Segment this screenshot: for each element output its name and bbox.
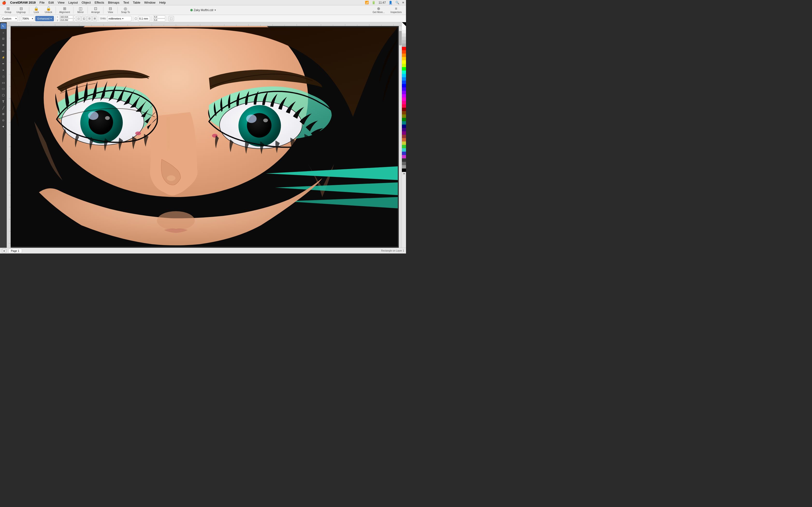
color-gray1[interactable] [402, 44, 406, 47]
page-1-tab[interactable]: Page 1 [8, 249, 22, 253]
nudge-x-input[interactable]: 5.0 [153, 15, 165, 18]
color-magenta[interactable] [402, 98, 406, 101]
selector-tool[interactable]: ↖ [0, 23, 6, 29]
color-medblue[interactable] [402, 152, 406, 155]
color-purple[interactable] [402, 94, 406, 98]
color-blue2[interactable] [402, 80, 406, 84]
node-edit-tool[interactable]: ⬦ [0, 30, 6, 35]
menu-edit[interactable]: Edit [47, 0, 55, 5]
app-name-menu[interactable]: CorelDRAW 2019 [8, 0, 37, 5]
menu-view[interactable]: View [56, 0, 66, 5]
page-size-select[interactable]: Custom ▾ [1, 16, 18, 21]
crop-tool[interactable]: ⊡ [0, 36, 6, 42]
file-dropdown-icon[interactable]: ▾ [215, 9, 216, 11]
alignment-button[interactable]: ⊞ Alignment [57, 6, 72, 14]
y-spinner[interactable]: ⇕ [72, 19, 74, 21]
color-orchid[interactable] [402, 155, 406, 158]
freehand-tool[interactable]: ✏ [0, 48, 6, 54]
menu-file[interactable]: File [38, 0, 46, 5]
color-pink1[interactable] [402, 101, 406, 104]
color-lime[interactable] [402, 145, 406, 148]
color-blue1[interactable] [402, 77, 406, 80]
color-darkgray2[interactable] [402, 162, 406, 165]
view-button[interactable]: ⊟ View [104, 6, 116, 14]
color-darkred[interactable] [402, 108, 406, 111]
color-khaki[interactable] [402, 142, 406, 145]
color-black[interactable] [402, 169, 406, 172]
color-violet1[interactable] [402, 88, 406, 91]
inspectors-button[interactable]: ≡ Inspectors [388, 6, 404, 14]
color-navy[interactable] [402, 125, 406, 128]
lock-button[interactable]: 🔒 Lock [30, 6, 42, 14]
color-blue3[interactable] [402, 84, 406, 88]
outline-width-input[interactable]: 0.1 mm [138, 16, 150, 21]
menu-object[interactable]: Object [80, 0, 93, 5]
search-icon[interactable]: 🔍 [395, 1, 399, 4]
ellipse-tool[interactable]: ⬭ [0, 86, 6, 92]
color-pink2[interactable] [402, 104, 406, 108]
no-color-swatch[interactable] [402, 22, 406, 26]
control-center-icon[interactable]: ≡ [402, 1, 404, 4]
menu-layout[interactable]: Layout [67, 0, 80, 5]
color-lightgray3[interactable] [402, 37, 406, 40]
zoom-tool[interactable]: ⊕ [0, 42, 6, 48]
color-olive[interactable] [402, 114, 406, 118]
text-tool[interactable]: T [0, 99, 6, 104]
color-medgray[interactable] [402, 165, 406, 169]
mirror-button[interactable]: ◫ Mirror [74, 6, 87, 14]
palette-scroll-down[interactable]: ▼ [402, 172, 406, 175]
flip-h-button[interactable]: ⊡ [87, 16, 92, 21]
color-darkpurple[interactable] [402, 131, 406, 135]
menu-bitmaps[interactable]: Bitmaps [106, 0, 121, 5]
color-orange[interactable] [402, 54, 406, 57]
nudge-y-input[interactable]: 5.0 [153, 18, 165, 21]
zoom-select[interactable]: 706% ▾ [21, 16, 34, 21]
unlock-button[interactable]: 🔓 Unlock [42, 6, 55, 14]
color-aqua[interactable] [402, 148, 406, 152]
view-mode-button[interactable]: Enhanced ▾ [35, 16, 54, 21]
artwork-canvas[interactable] [11, 26, 398, 248]
color-amber[interactable] [402, 57, 406, 60]
snapto-button[interactable]: ◎ Snap To [119, 6, 133, 14]
units-select[interactable]: millimeters ▾ [107, 16, 132, 21]
color-darkgray1[interactable] [402, 158, 406, 162]
group-button[interactable]: ⊞ Group [2, 6, 14, 14]
eraser-tool[interactable]: ◻ [0, 73, 6, 79]
color-lightgray2[interactable] [402, 33, 406, 37]
menu-text[interactable]: Text [121, 0, 131, 5]
color-brick[interactable] [402, 135, 406, 138]
ungroup-button[interactable]: ⊟ Ungroup [14, 6, 28, 14]
canvas-area[interactable] [7, 22, 402, 248]
vertical-scrollbar[interactable] [399, 26, 402, 248]
menu-help[interactable]: Help [158, 0, 167, 5]
get-more-button[interactable]: ⊕ Get More... [370, 6, 387, 14]
flip-v-button[interactable]: ⊟ [92, 16, 97, 21]
polygon-tool[interactable]: ⬡ [0, 92, 6, 98]
color-orangered[interactable] [402, 50, 406, 54]
color-darkgreen[interactable] [402, 118, 406, 121]
rectangle-tool[interactable]: ▭ [0, 80, 6, 86]
color-springgreen[interactable] [402, 70, 406, 74]
menu-table[interactable]: Table [131, 0, 142, 5]
color-lightgray1[interactable] [402, 30, 406, 33]
mesh-fill-tool[interactable]: ⊞ [0, 111, 6, 117]
interactive-fill-tool[interactable]: ✦ [0, 124, 6, 129]
color-white[interactable] [402, 26, 406, 30]
menu-effects[interactable]: Effects [93, 0, 106, 5]
color-darkbrown[interactable] [402, 111, 406, 114]
color-skyblue[interactable] [402, 74, 406, 77]
color-yellow[interactable] [402, 60, 406, 64]
color-red[interactable] [402, 47, 406, 50]
x-spinner[interactable]: ⇕ [72, 16, 74, 18]
scrollbar-thumb[interactable] [399, 31, 402, 45]
rotate-button[interactable]: ◱ [82, 16, 87, 21]
color-violet2[interactable] [402, 91, 406, 94]
page-envelope-button[interactable]: ⬚ [168, 16, 174, 21]
color-silver[interactable] [402, 40, 406, 44]
add-page-button[interactable]: + [2, 249, 6, 253]
scale-button[interactable]: ◻ [76, 16, 81, 21]
pen-tool[interactable]: ✒ [0, 61, 6, 67]
dimension-tool[interactable]: ╱ [0, 105, 6, 111]
color-yellowgreen[interactable] [402, 64, 406, 67]
eyedropper-tool[interactable]: ⊙ [0, 117, 6, 123]
